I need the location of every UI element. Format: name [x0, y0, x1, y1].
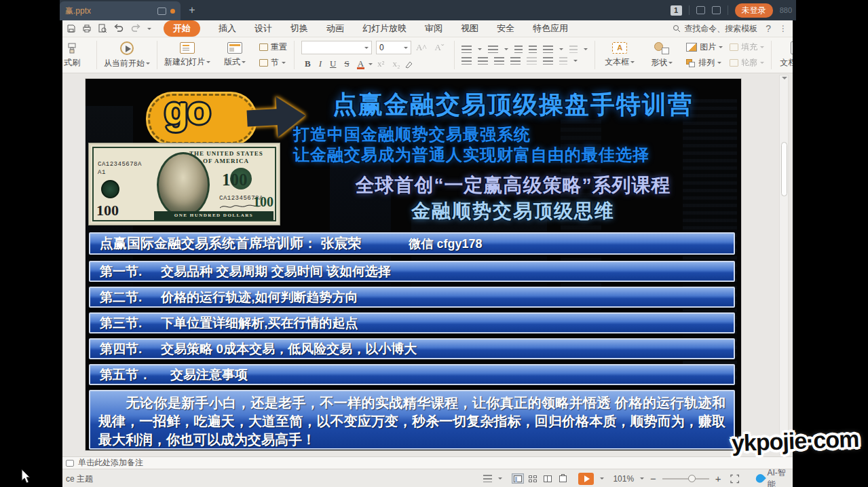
paragraph-spacing-button[interactable]	[559, 57, 567, 65]
slide-subtitle-2[interactable]: 让金融交易成为普通人实现财富自由的最佳选择	[293, 144, 649, 166]
minimize-ribbon-icon[interactable]	[712, 6, 721, 14]
tab-slideshow[interactable]: 幻灯片放映	[362, 22, 407, 35]
scrollbar-thumb[interactable]	[781, 142, 787, 196]
zoom-in-button[interactable]: +	[715, 473, 721, 484]
tab-animations[interactable]: 动画	[326, 22, 344, 35]
reset-button[interactable]: 重置	[259, 41, 287, 53]
font-color-caret-icon[interactable]	[369, 63, 373, 67]
font-name-combo[interactable]	[301, 41, 372, 54]
picture-button[interactable]: 图片	[686, 41, 723, 53]
command-search[interactable]: 查找命令、搜索模板	[673, 23, 757, 35]
zoom-slider[interactable]	[662, 478, 709, 480]
slideshow-play-caret-icon[interactable]	[600, 477, 604, 482]
fit-window-button[interactable]	[730, 474, 739, 484]
vertical-scrollbar[interactable]	[779, 75, 789, 455]
text-box-button[interactable]: A 文本框	[602, 39, 637, 71]
layout-button[interactable]: 版式	[217, 39, 252, 71]
outline-button[interactable]: 轮廓	[730, 57, 764, 69]
align-center-button[interactable]	[478, 57, 488, 65]
mouse-cursor	[20, 469, 31, 484]
tab-view[interactable]: 视图	[461, 22, 478, 35]
tab-special-features[interactable]: 特色应用	[533, 22, 568, 35]
print-icon[interactable]	[82, 24, 92, 33]
view-handout-button[interactable]	[557, 474, 568, 483]
tab-insert[interactable]: 插入	[219, 22, 236, 35]
help-button[interactable]: ?	[766, 23, 771, 34]
slide-tagline-1[interactable]: 全球首创“一定赢高级策略”系列课程	[286, 173, 740, 198]
undo-icon[interactable]	[113, 24, 124, 33]
tab-transitions[interactable]: 切换	[290, 22, 308, 35]
distribute-button[interactable]	[527, 57, 537, 65]
zoom-slider-thumb[interactable]	[688, 475, 696, 482]
view-reading-button[interactable]	[542, 474, 553, 483]
save-icon[interactable]	[67, 24, 76, 33]
document-tab[interactable]: 赢.pptx	[60, 1, 181, 20]
underline-button[interactable]: U	[326, 58, 339, 69]
section-button[interactable]: 节	[259, 57, 287, 69]
increase-indent-button[interactable]	[529, 46, 537, 53]
grow-font-button[interactable]: A^	[413, 42, 430, 53]
slide-subtitle-1[interactable]: 打造中国金融顺势交易最强系统	[293, 124, 531, 145]
slide-tagline-2[interactable]: 金融顺势交易顶级思维	[286, 198, 740, 224]
zoom-level-caret-icon[interactable]	[640, 477, 644, 482]
slide-title[interactable]: 点赢金融交易顶级操盘手特训营	[286, 88, 740, 122]
play-from-current-button[interactable]: 从当前开始	[104, 39, 150, 71]
section-bar-2[interactable]: 第二节. 价格的运行轨迹,如何判断趋势方向	[89, 287, 735, 308]
new-slide-button[interactable]: 新建幻灯片	[164, 39, 210, 71]
bold-button[interactable]: B	[301, 58, 314, 69]
scroll-up-icon[interactable]	[782, 77, 787, 82]
zoom-out-button[interactable]: −	[650, 473, 656, 484]
shrink-font-button[interactable]: Aˇ	[432, 42, 448, 53]
notes-placeholder: 单击此处添加备注	[78, 457, 143, 469]
presentation-mode-icon[interactable]	[157, 7, 166, 15]
redo-icon[interactable]	[130, 24, 141, 33]
summary-box[interactable]: 无论你是新手小白，还是老手，不一样的实战精华课程，让你真正的领略并悟透 价格的运…	[89, 390, 735, 450]
italic-button[interactable]: I	[316, 58, 325, 69]
section-bar-3[interactable]: 第三节. 下单位置详细解析,买在行情的起点	[89, 312, 735, 333]
section-bar-4[interactable]: 第四节. 交易策略 0成本交易，低风险交易，以小博大	[89, 338, 735, 359]
trainer-bar[interactable]: 点赢国际金融交易系统首席培训师： 张宸荣 微信 cfgy178	[89, 232, 735, 255]
login-button[interactable]: 未登录	[735, 3, 773, 18]
section-bar-5[interactable]: 第五节． 交易注意事项	[89, 364, 735, 385]
ai-assistant-button[interactable]: AI-智能	[756, 467, 793, 487]
tab-review[interactable]: 审阅	[425, 22, 442, 35]
doc-assistant-button[interactable]: 文档助手	[778, 39, 793, 71]
notes-bar[interactable]: 单击此处添加备注	[62, 456, 793, 469]
format-painter-button[interactable]: 式刷	[62, 39, 90, 71]
customize-toolbar-caret-icon[interactable]	[147, 28, 151, 32]
slideshow-play-button[interactable]	[578, 473, 594, 485]
justify-button[interactable]	[510, 57, 521, 65]
integrate-window-icon[interactable]	[696, 6, 705, 14]
tab-design[interactable]: 设计	[254, 22, 272, 35]
line-spacing-button[interactable]	[543, 57, 553, 65]
view-normal-button[interactable]	[512, 474, 523, 483]
subscript-button[interactable]: x₂	[389, 58, 403, 69]
window-count-badge[interactable]: 1	[671, 5, 682, 16]
arrange-button[interactable]: 排列	[686, 57, 723, 69]
section-bar-1[interactable]: 第一节. 交易品种 交易周期 交易时间 该如何选择	[89, 261, 735, 282]
fill-button[interactable]: 填充	[730, 41, 764, 53]
more-menu-button[interactable]: ⋮	[779, 24, 787, 33]
font-color-button[interactable]: A	[354, 58, 367, 69]
zoom-level[interactable]: 101%	[613, 474, 634, 484]
tab-security[interactable]: 安全	[497, 22, 514, 35]
dollar-bill-image[interactable]: THE UNITED STATES OF AMERICA CA12345678A…	[88, 143, 280, 226]
highlight-pen-icon[interactable]	[404, 60, 413, 69]
align-left-button[interactable]	[461, 57, 472, 65]
superscript-button[interactable]: x²	[374, 58, 388, 69]
decrease-indent-button[interactable]	[514, 46, 523, 53]
bullet-list-button[interactable]	[461, 46, 472, 53]
print-preview-icon[interactable]	[98, 24, 107, 33]
tab-home[interactable]: 开始	[164, 20, 200, 37]
numbered-list-button[interactable]	[488, 46, 498, 53]
new-tab-button[interactable]: +	[185, 3, 200, 18]
view-slide-sorter-button[interactable]	[527, 474, 538, 483]
shapes-button[interactable]: 形状	[644, 39, 679, 71]
notes-toggle-button[interactable]	[483, 475, 492, 482]
columns-button[interactable]	[569, 46, 578, 53]
slide-canvas[interactable]: go THE UNITED STATES OF AMERICA CA123456…	[85, 78, 742, 451]
strikethrough-button[interactable]: S	[341, 58, 352, 69]
align-right-button[interactable]	[494, 57, 504, 65]
text-direction-button[interactable]	[543, 46, 553, 53]
font-size-combo[interactable]: 0	[376, 41, 411, 54]
